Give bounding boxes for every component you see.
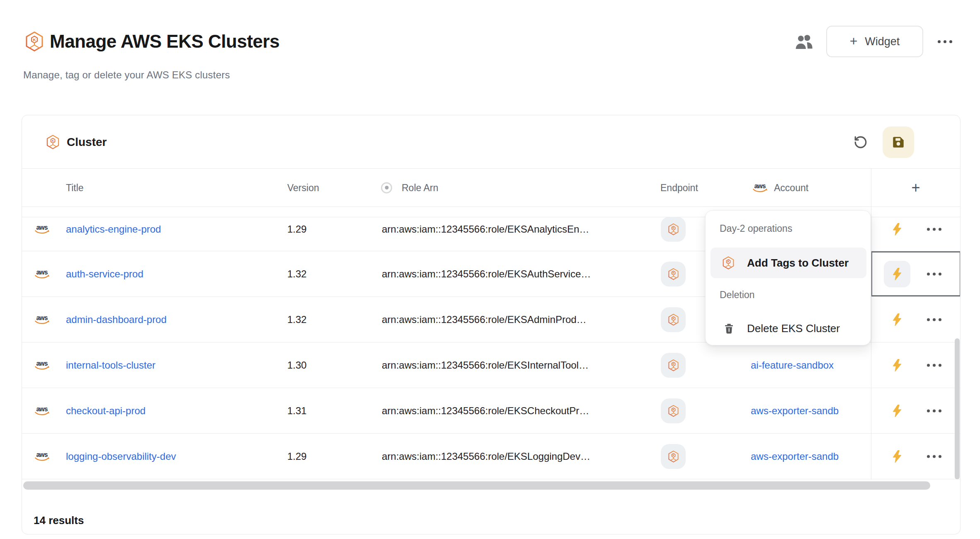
cluster-title-link[interactable]: checkout-api-prod bbox=[66, 405, 146, 417]
eks-icon bbox=[722, 256, 735, 270]
add-column-button[interactable]: + bbox=[905, 179, 926, 197]
plus-icon: + bbox=[850, 34, 858, 48]
page-title: Manage AWS EKS Clusters bbox=[50, 31, 279, 52]
account-link[interactable]: aws-exporter-sandb bbox=[751, 451, 871, 462]
row-more-icon[interactable] bbox=[927, 318, 941, 321]
add-widget-button[interactable]: + Widget bbox=[826, 26, 923, 57]
eks-icon bbox=[668, 405, 679, 417]
aws-icon bbox=[34, 268, 50, 280]
actions-column-divider bbox=[871, 169, 871, 480]
row-more-icon[interactable] bbox=[927, 409, 941, 412]
menu-section-day2-label: Day-2 operations bbox=[720, 223, 792, 234]
cluster-title-link[interactable]: auth-service-prod bbox=[66, 268, 143, 280]
menu-item-delete-cluster[interactable]: Delete EKS Cluster bbox=[711, 315, 866, 342]
quick-action-bolt-icon[interactable] bbox=[891, 404, 903, 418]
cluster-version: 1.30 bbox=[287, 359, 307, 371]
column-header-endpoint[interactable]: Endpoint bbox=[660, 182, 698, 193]
aws-icon bbox=[752, 182, 768, 194]
aws-icon bbox=[34, 359, 50, 371]
table-row: checkout-api-prod 1.31 arn:aws:iam::1234… bbox=[22, 388, 960, 434]
eks-logo-icon bbox=[25, 31, 44, 52]
page-more-icon[interactable] bbox=[938, 40, 952, 43]
row-more-icon[interactable] bbox=[927, 228, 941, 231]
column-header-version[interactable]: Version bbox=[287, 182, 319, 193]
role-arn-value: arn:aws:iam::12345566:role/EKSAuthServic… bbox=[382, 268, 655, 280]
account-link[interactable]: ai-feature-sandbox bbox=[751, 359, 871, 371]
cluster-version: 1.29 bbox=[287, 451, 307, 462]
vertical-scrollbar[interactable] bbox=[955, 338, 960, 479]
endpoint-badge[interactable] bbox=[661, 353, 686, 378]
endpoint-badge[interactable] bbox=[661, 307, 686, 332]
endpoint-badge[interactable] bbox=[661, 398, 686, 423]
row-more-icon[interactable] bbox=[927, 364, 941, 367]
account-link[interactable]: aws-exporter-sandb bbox=[751, 405, 871, 417]
horizontal-scrollbar[interactable] bbox=[23, 481, 930, 490]
endpoint-badge[interactable] bbox=[661, 444, 686, 469]
quick-action-bolt-icon[interactable] bbox=[891, 358, 903, 372]
page-subtitle: Manage, tag or delete your AWS EKS clust… bbox=[23, 69, 230, 81]
users-icon[interactable] bbox=[794, 33, 813, 51]
cluster-version: 1.32 bbox=[287, 314, 307, 325]
cluster-version: 1.32 bbox=[287, 268, 307, 280]
menu-section-deletion-label: Deletion bbox=[720, 289, 754, 301]
cluster-title-link[interactable]: analytics-engine-prod bbox=[66, 223, 161, 235]
eks-icon bbox=[46, 134, 60, 150]
cluster-version: 1.31 bbox=[287, 405, 307, 417]
menu-item-delete-cluster-label: Delete EKS Cluster bbox=[747, 322, 840, 335]
endpoint-badge[interactable] bbox=[661, 217, 686, 242]
quick-action-bolt-icon[interactable] bbox=[891, 267, 903, 281]
add-widget-label: Widget bbox=[865, 35, 900, 48]
row-more-icon[interactable] bbox=[927, 272, 941, 275]
eks-icon bbox=[668, 359, 679, 371]
role-arn-value: arn:aws:iam::12345566:role/EKSAdminProd… bbox=[382, 314, 655, 325]
save-button[interactable] bbox=[883, 126, 914, 158]
table-row: internal-tools-cluster 1.30 arn:aws:iam:… bbox=[22, 342, 960, 388]
table-row: logging-observability-dev 1.29 arn:aws:i… bbox=[22, 434, 960, 479]
menu-item-add-tags[interactable]: Add Tags to Cluster bbox=[711, 248, 866, 278]
column-header-account[interactable]: Account bbox=[774, 182, 808, 193]
table-header-row: Title Version Role Arn Endpoint Account … bbox=[22, 169, 960, 207]
endpoint-badge[interactable] bbox=[661, 262, 686, 286]
aws-icon bbox=[34, 405, 50, 417]
eks-icon bbox=[668, 450, 679, 463]
cluster-version: 1.29 bbox=[287, 223, 307, 235]
quick-action-bolt-icon[interactable] bbox=[891, 222, 903, 236]
undo-icon[interactable] bbox=[854, 135, 868, 149]
role-arn-value: arn:aws:iam::12345566:role/EKSAnalyticsE… bbox=[382, 223, 655, 235]
quick-action-bolt-icon[interactable] bbox=[891, 449, 903, 463]
aws-icon bbox=[34, 314, 50, 325]
menu-item-add-tags-label: Add Tags to Cluster bbox=[747, 257, 849, 270]
cluster-title-link[interactable]: logging-observability-dev bbox=[66, 451, 176, 462]
results-count: 14 results bbox=[34, 514, 84, 527]
page: Manage AWS EKS Clusters Manage, tag or d… bbox=[0, 0, 980, 539]
row-actions-menu: Day-2 operations Add Tags to Cluster Del… bbox=[705, 210, 871, 345]
save-icon bbox=[891, 135, 905, 149]
trash-icon bbox=[723, 323, 735, 335]
role-arn-value: arn:aws:iam::12345566:role/EKSCheckoutPr… bbox=[382, 405, 655, 417]
cluster-title-link[interactable]: internal-tools-cluster bbox=[66, 359, 155, 371]
radio-icon bbox=[381, 182, 392, 193]
quick-action-bolt-icon[interactable] bbox=[891, 313, 903, 326]
eks-icon bbox=[668, 223, 679, 236]
widget-title: Cluster bbox=[67, 136, 107, 149]
eks-icon bbox=[668, 268, 679, 280]
row-more-icon[interactable] bbox=[927, 455, 941, 458]
column-header-role-arn[interactable]: Role Arn bbox=[402, 182, 438, 193]
eks-icon bbox=[668, 313, 679, 326]
aws-icon bbox=[34, 451, 50, 462]
widget-header: Cluster bbox=[22, 115, 960, 169]
cluster-title-link[interactable]: admin-dashboard-prod bbox=[66, 314, 167, 325]
role-arn-value: arn:aws:iam::12345566:role/EKSLoggingDev… bbox=[382, 451, 655, 462]
column-header-title[interactable]: Title bbox=[66, 182, 84, 193]
role-arn-value: arn:aws:iam::12345566:role/EKSInternalTo… bbox=[382, 359, 655, 371]
cluster-widget-card: Cluster Title Version Role Arn Endpoint … bbox=[22, 115, 961, 534]
aws-icon bbox=[34, 223, 50, 235]
